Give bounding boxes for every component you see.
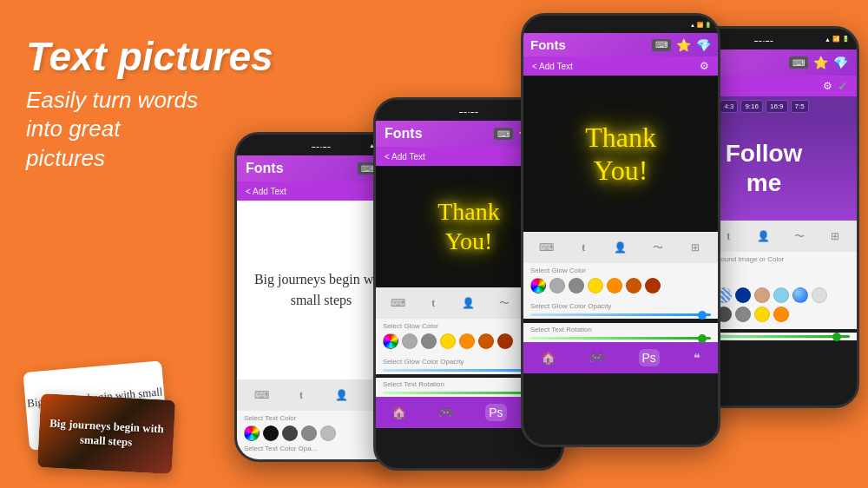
- glow-color-orange1[interactable]: [459, 333, 475, 349]
- phone-center-subheader: < Add Text ⚙: [523, 56, 718, 76]
- star-badge-right: ⭐: [813, 56, 828, 69]
- nav-game-center[interactable]: 🎮: [589, 351, 604, 365]
- glow-c3[interactable]: [569, 278, 584, 293]
- toolbar-person-center[interactable]: 👤: [610, 237, 631, 258]
- nav-game-mid[interactable]: 🎮: [438, 406, 453, 419]
- ratio-7-5[interactable]: 7:5: [791, 100, 809, 113]
- bg-darkblue[interactable]: [735, 287, 751, 303]
- star-badge-center: ⭐: [676, 38, 691, 52]
- toolbar-keyboard-center[interactable]: ⌨: [536, 237, 556, 258]
- bg-lightblue[interactable]: [773, 287, 789, 303]
- nav-ps-mid[interactable]: Ps: [485, 404, 506, 421]
- glow-c5[interactable]: [607, 278, 622, 293]
- gem-badge-center: 💎: [696, 38, 711, 52]
- glow-c1[interactable]: [530, 278, 546, 293]
- glow-color-rainbow[interactable]: [383, 333, 398, 349]
- glow-c6[interactable]: [626, 278, 641, 293]
- toolbar-wave-mid[interactable]: 〜: [494, 293, 515, 313]
- nav-home-mid[interactable]: 🏠: [391, 406, 406, 419]
- phone-center-title: Fonts: [530, 37, 566, 52]
- bg-lightgray[interactable]: [812, 287, 827, 303]
- phone-center-bottom-nav: 🏠 🎮 Ps ❝: [523, 342, 718, 373]
- hero-title: Text pictures: [26, 35, 273, 79]
- glow-color-orange2[interactable]: [478, 333, 494, 349]
- glow-c4[interactable]: [588, 278, 603, 293]
- back-center[interactable]: < Add Text: [532, 62, 573, 71]
- bg-tan[interactable]: [754, 287, 770, 303]
- checkmark-right[interactable]: ✓: [838, 79, 848, 93]
- hero-section: Text pictures Easily turn words into gre…: [26, 35, 273, 174]
- color-gray-left[interactable]: [301, 425, 317, 441]
- gear-center[interactable]: ⚙: [700, 60, 709, 72]
- toolbar-wave-center[interactable]: 〜: [648, 237, 668, 258]
- phone-right-follow-text: Follow me: [726, 139, 803, 197]
- glow-c2[interactable]: [549, 278, 565, 293]
- card-dark-text: Big journeys begin with small steps: [45, 416, 168, 452]
- glow-color-gray2[interactable]: [421, 333, 437, 349]
- toolbar-font-mid[interactable]: t: [423, 293, 444, 313]
- toolbar-font-left[interactable]: t: [291, 385, 312, 406]
- toolbar-font-center[interactable]: t: [573, 237, 594, 258]
- nav-quote-center[interactable]: ❝: [694, 351, 700, 365]
- color-rainbow-left[interactable]: [244, 425, 260, 441]
- glow-color-label-center: Select Glow Color: [530, 267, 711, 274]
- toolbar-person-mid[interactable]: 👤: [458, 293, 479, 313]
- color-lightgray-left[interactable]: [320, 425, 336, 441]
- ratio-9-16[interactable]: 9:16: [740, 100, 763, 113]
- ratio-16-9[interactable]: 16:9: [766, 100, 788, 113]
- back-left[interactable]: < Add Text: [246, 187, 286, 196]
- glow-opacity-center: Select Glow Color Opacity: [530, 302, 711, 310]
- hero-subtitle: Easily turn words into great pictures: [26, 86, 273, 174]
- toolbar-person-right[interactable]: 👤: [753, 226, 774, 247]
- toolbar-person-left[interactable]: 👤: [331, 385, 352, 406]
- glow-color-yellow[interactable]: [440, 333, 456, 349]
- phone-mid-neon-text: Thank You!: [437, 197, 500, 255]
- toolbar-extra-right[interactable]: ⊞: [825, 226, 845, 247]
- glow-color-orange3[interactable]: [497, 333, 513, 349]
- gear-right[interactable]: ⚙: [823, 80, 832, 92]
- keyboard-icon-center[interactable]: [652, 39, 671, 51]
- phone-center-toolbar: ⌨ t 👤 〜 ⊞: [523, 232, 718, 263]
- phones-area: 15:15 ▲WiFi🔋 Fonts ⭐ < Add Text ⚙ Big jo…: [208, 0, 868, 488]
- card-dark: Big journeys begin with small steps: [37, 393, 175, 474]
- phone-mid-title: Fonts: [385, 126, 423, 142]
- toolbar-keyboard-left[interactable]: ⌨: [251, 385, 272, 406]
- phone-center-header: Fonts ⭐ 💎: [523, 33, 718, 56]
- toolbar-font-right[interactable]: t: [718, 226, 739, 247]
- bg-yellow[interactable]: [754, 307, 770, 322]
- toolbar-extra-center[interactable]: ⊞: [685, 237, 706, 258]
- rotation-center: Select Text Rotation: [530, 326, 711, 333]
- back-mid[interactable]: < Add Text: [385, 152, 425, 162]
- keyboard-icon-right[interactable]: [789, 56, 808, 69]
- ratio-4-3[interactable]: 4:3: [720, 100, 738, 113]
- nav-ps-center[interactable]: Ps: [639, 349, 660, 366]
- bg-orange[interactable]: [773, 307, 789, 322]
- gem-badge-right: 💎: [833, 56, 848, 69]
- toolbar-keyboard-mid[interactable]: ⌨: [387, 293, 408, 313]
- toolbar-wave-right[interactable]: 〜: [789, 226, 810, 247]
- color-darkgray-left[interactable]: [282, 425, 298, 441]
- phone-center: 15:15 ▲📶🔋 Fonts ⭐ 💎 < Add Text ⚙: [521, 13, 720, 447]
- glow-color-gray1[interactable]: [402, 333, 418, 349]
- phone-center-neon: Thank You!: [585, 121, 656, 188]
- glow-c7[interactable]: [645, 278, 661, 293]
- nav-home-center[interactable]: 🏠: [541, 351, 556, 365]
- bg-sphereblue[interactable]: [792, 287, 808, 303]
- keyboard-icon-mid[interactable]: [494, 128, 513, 140]
- color-black-left[interactable]: [263, 425, 279, 441]
- bg-gray[interactable]: [735, 307, 751, 322]
